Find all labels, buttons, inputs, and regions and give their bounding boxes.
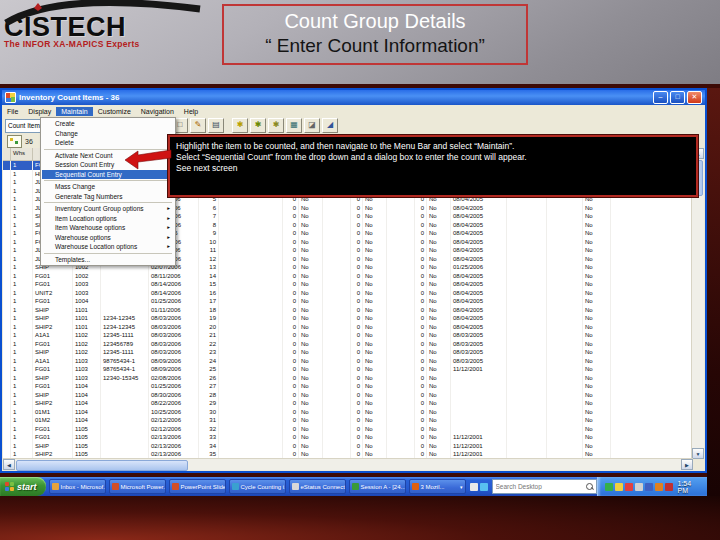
menu-item-change[interactable]: Change — [42, 129, 174, 139]
task-label: Inbox - Microsof... — [61, 484, 106, 490]
table-row[interactable]: 1SHIP110408/30/2006280No0No0NoNo — [3, 391, 693, 400]
close-button[interactable]: ✕ — [687, 91, 702, 104]
menu-help[interactable]: Help — [179, 107, 203, 116]
annotation-box: Highlight the item to be counted, and th… — [168, 135, 698, 197]
cell — [101, 442, 149, 451]
table-row[interactable]: 101M1110410/25/2006300No0No0NoNo — [3, 408, 693, 417]
taskbar-button-inbox-microsof[interactable]: Inbox - Microsof... — [49, 479, 106, 494]
warehouse-icon[interactable]: ▦ — [286, 118, 302, 133]
horizontal-scroll-thumb[interactable] — [16, 460, 188, 471]
cell — [507, 382, 547, 391]
cell — [3, 246, 11, 255]
cell — [101, 433, 149, 442]
count-entry-icon[interactable]: ✱ — [250, 118, 266, 133]
cell: 0 — [351, 323, 363, 332]
view-details-icon[interactable]: ▤ — [208, 118, 224, 133]
menu-item-templates[interactable]: Templates... — [42, 255, 174, 265]
cell: No — [363, 374, 387, 383]
slide-title-line2: “ Enter Count Information” — [224, 34, 526, 58]
ie-icon[interactable] — [480, 483, 488, 491]
table-row[interactable]: 1SHIP2110408/22/2006290No0No0NoNo — [3, 399, 693, 408]
tray-mail-icon[interactable] — [615, 483, 623, 491]
tray-network-icon[interactable] — [645, 483, 653, 491]
search-desktop-box[interactable] — [492, 479, 597, 494]
horizontal-scrollbar[interactable]: ◀ ▶ — [3, 458, 693, 470]
minimize-button[interactable]: – — [653, 91, 668, 104]
edit-icon[interactable]: ✎ — [190, 118, 206, 133]
table-row[interactable]: 1FG01100308/14/2006150No0No0No08/04/2005… — [3, 280, 693, 289]
table-row[interactable]: 1FG01110502/12/2006320No0No0NoNo — [3, 425, 693, 434]
table-row[interactable]: 1FG01110502/13/2006330No0No0No11/12/2001… — [3, 433, 693, 442]
menu-item-create[interactable]: Create — [42, 119, 174, 129]
table-row[interactable]: 1FG01110398765434-108/09/2006250No0No0No… — [3, 365, 693, 374]
search-icon[interactable] — [586, 483, 593, 490]
table-row[interactable]: 1FG01110401/25/2006270No0No0NoNo — [3, 382, 693, 391]
cell — [323, 297, 351, 306]
taskbar-clock: 1:54 PM — [678, 480, 702, 494]
table-row[interactable]: 1SHIP110212345-111108/03/2006230No0No0No… — [3, 348, 693, 357]
cell: 10 — [199, 238, 219, 247]
table-row[interactable]: 1UNIT2100308/14/2006160No0No0No08/04/200… — [3, 289, 693, 298]
cell: 08/04/2005 — [451, 289, 507, 298]
tray-tv-icon[interactable] — [665, 483, 673, 491]
cell — [507, 297, 547, 306]
table-row[interactable]: 1SHIP110312340-1534502/08/2006260No0No0N… — [3, 374, 693, 383]
table-row[interactable]: 1FG01110212345678908/03/2006220No0No0No0… — [3, 340, 693, 349]
scroll-left-icon[interactable]: ◀ — [3, 459, 15, 470]
table-row[interactable]: 1SHIP211011234-1234508/03/2006200No0No0N… — [3, 323, 693, 332]
scroll-right-icon[interactable]: ▶ — [681, 459, 693, 470]
taskbar-button-session-a-24[interactable]: Session A - [24... — [349, 479, 406, 494]
taskbar-button-cycle-counting-i[interactable]: Cycle Counting i... — [229, 479, 286, 494]
table-row[interactable]: 1A1A1110398765434-108/09/2006240No0No0No… — [3, 357, 693, 366]
cell — [219, 204, 283, 213]
taskbar-button-microsoft-power[interactable]: Microsoft Power... — [109, 479, 166, 494]
menu-item-warehouse-location-options[interactable]: Warehouse Location options▸ — [42, 242, 174, 252]
menu-item-generate-tag-numbers[interactable]: Generate Tag Numbers — [42, 192, 174, 202]
cell — [387, 229, 415, 238]
menu-customize[interactable]: Customize — [93, 107, 136, 116]
tray-volume-icon[interactable] — [635, 483, 643, 491]
menu-item-mass-change[interactable]: Mass Change — [42, 182, 174, 192]
search-input[interactable] — [496, 483, 574, 490]
count-status-icon[interactable]: ✱ — [268, 118, 284, 133]
count-group-icon[interactable]: ✱ — [232, 118, 248, 133]
taskbar-button-3-mozil[interactable]: 3 Mozil...▾ — [409, 479, 466, 494]
table-row[interactable]: 1A1A1110212345-111108/03/2006210No0No0No… — [3, 331, 693, 340]
menu-item-item-location-options[interactable]: Item Location options▸ — [42, 214, 174, 224]
cell: 1101 — [73, 314, 101, 323]
cell: 0 — [283, 340, 299, 349]
cell: No — [427, 272, 451, 281]
menu-item-warehouse-options[interactable]: Warehouse options▸ — [42, 233, 174, 243]
table-row[interactable]: 101M2110402/12/2006310No0No0NoNo — [3, 416, 693, 425]
cell — [387, 238, 415, 247]
pointer-icon[interactable]: ◢ — [322, 118, 338, 133]
menu-file[interactable]: File — [2, 107, 23, 116]
cell: No — [583, 255, 611, 264]
menu-display[interactable]: Display — [23, 107, 56, 116]
tray-update-icon[interactable] — [655, 483, 663, 491]
history-icon[interactable]: ◪ — [304, 118, 320, 133]
show-desktop-icon[interactable] — [470, 483, 478, 491]
table-row[interactable]: 1SHIP110101/11/2006180No0No0No08/04/2005… — [3, 306, 693, 315]
window-titlebar[interactable]: Inventory Count Items - 36 – □ ✕ — [2, 90, 705, 105]
tray-messenger-icon[interactable] — [605, 483, 613, 491]
menu-maintain[interactable]: Maintain — [56, 107, 92, 116]
table-row[interactable]: 1FG01100208/11/2006140No0No0No08/04/2005… — [3, 272, 693, 281]
cell: No — [299, 331, 323, 340]
scroll-down-icon[interactable]: ▼ — [692, 448, 704, 459]
start-button[interactable]: start — [0, 477, 46, 496]
taskbar-button-estatus-connect[interactable]: eStatus Connect... — [289, 479, 346, 494]
table-row[interactable]: 1SHIP110502/13/2006340No0No0No11/12/2001… — [3, 442, 693, 451]
menu-item-item-warehouse-options[interactable]: Item Warehouse options▸ — [42, 223, 174, 233]
menu-item-inventory-count-group-options[interactable]: Inventory Count Group options▸ — [42, 204, 174, 214]
maximize-button[interactable]: □ — [670, 91, 685, 104]
table-row[interactable]: 1FG01100401/25/2006170No0No0No08/04/2005… — [3, 297, 693, 306]
tray-security-icon[interactable] — [625, 483, 633, 491]
cell — [323, 229, 351, 238]
taskbar-button-powerpoint-slide[interactable]: PowerPoint Slide... — [169, 479, 226, 494]
cell: FG01 — [33, 382, 73, 391]
cell — [219, 340, 283, 349]
cell: No — [427, 306, 451, 315]
menu-navigation[interactable]: Navigation — [136, 107, 179, 116]
table-row[interactable]: 1SHIP11011234-1234508/03/2006190No0No0No… — [3, 314, 693, 323]
